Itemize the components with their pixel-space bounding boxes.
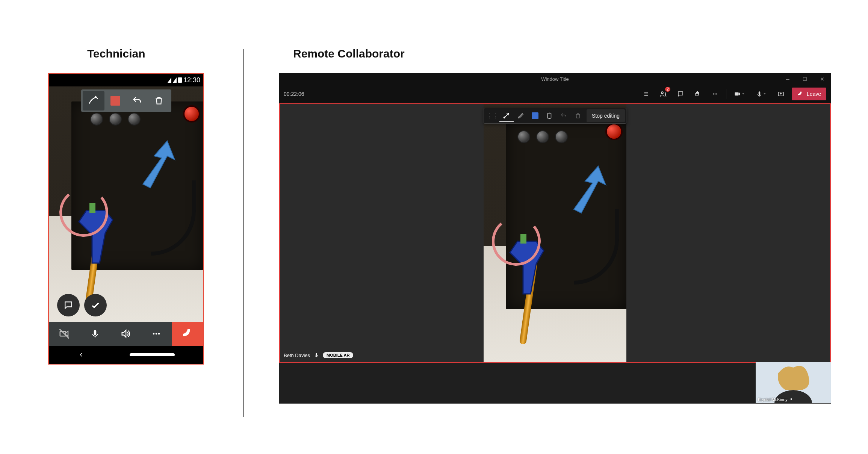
delete-all-button[interactable] [571, 109, 585, 122]
status-time: 12:30 [183, 76, 200, 84]
shared-camera-feed [484, 104, 626, 362]
insert-image-button[interactable] [542, 109, 556, 122]
pip-participant-name: Krystal McKinny [758, 397, 788, 402]
camera-button[interactable] [731, 88, 748, 100]
svg-point-8 [714, 94, 715, 95]
technician-heading: Technician [87, 47, 145, 60]
speaker-button[interactable] [110, 322, 141, 346]
svg-point-14 [504, 117, 505, 118]
stop-editing-button[interactable]: Stop editing [587, 109, 625, 122]
mic-button[interactable] [753, 88, 770, 100]
people-badge: 2 [665, 87, 670, 92]
arrow-annotation [132, 135, 188, 192]
leave-label: Leave [807, 91, 821, 97]
mic-icon [789, 398, 793, 402]
shared-content-stage: ⋮⋮ Stop editing Beth Davies [279, 103, 831, 363]
svg-rect-11 [759, 91, 761, 95]
svg-point-9 [716, 94, 717, 95]
home-pill[interactable] [130, 353, 175, 356]
signal-icon [168, 77, 171, 83]
camera-feed [49, 86, 203, 322]
mic-toggle-button[interactable] [80, 322, 110, 346]
chat-panel-button[interactable] [674, 88, 687, 100]
leave-button[interactable]: Leave [792, 88, 826, 100]
svg-point-3 [153, 333, 155, 335]
hang-up-button[interactable] [172, 322, 203, 346]
share-button[interactable] [774, 88, 787, 100]
list-icon[interactable] [640, 88, 652, 100]
people-button[interactable]: 2 [657, 88, 670, 100]
camera-toggle-button[interactable] [49, 322, 80, 346]
pip-name-tag: Krystal McKinny [758, 397, 793, 402]
chat-button[interactable] [57, 294, 80, 316]
call-timer: 00:22:06 [284, 91, 304, 97]
teams-window: Window Title ─ ☐ ✕ 00:22:06 2 Leave [279, 73, 831, 404]
svg-rect-2 [94, 330, 96, 335]
hang-up-icon [797, 91, 804, 97]
more-actions-button[interactable] [709, 88, 721, 100]
svg-point-7 [713, 94, 714, 95]
svg-rect-16 [316, 353, 317, 356]
minimize-button[interactable]: ─ [779, 73, 796, 85]
window-title: Window Title [541, 76, 569, 82]
undo-button[interactable] [556, 109, 571, 122]
arrow-annotation [563, 160, 619, 217]
svg-point-6 [661, 92, 663, 94]
delete-button[interactable] [148, 91, 170, 110]
self-view-pip[interactable]: Krystal McKinny [756, 362, 831, 403]
signal-icon [173, 77, 177, 83]
raise-hand-button[interactable] [691, 88, 704, 100]
color-button[interactable] [528, 109, 542, 122]
color-picker-button[interactable] [104, 91, 126, 110]
close-button[interactable]: ✕ [814, 73, 831, 85]
annotation-edit-toolbar: ⋮⋮ Stop editing [484, 108, 626, 124]
ink-tool-button[interactable] [83, 91, 104, 110]
drag-handle[interactable]: ⋮⋮ [485, 109, 499, 122]
call-toolbar: 00:22:06 2 Leave [279, 85, 831, 103]
presenter-name: Beth Davies [284, 353, 310, 358]
more-button[interactable] [141, 322, 172, 346]
color-swatch [532, 112, 538, 119]
technician-phone: 12:30 [48, 73, 204, 365]
call-controls-bar [49, 322, 203, 346]
window-titlebar: Window Title ─ ☐ ✕ [279, 73, 831, 85]
color-swatch [110, 96, 120, 106]
arrow-tool-button[interactable] [499, 109, 514, 122]
phone-status-bar: 12:30 [168, 74, 203, 86]
mobile-ar-badge: MOBILE AR [323, 352, 353, 358]
svg-point-5 [158, 333, 160, 335]
android-nav-bar [49, 346, 203, 364]
back-icon[interactable] [78, 351, 85, 358]
maximize-button[interactable]: ☐ [796, 73, 814, 85]
svg-rect-20 [791, 398, 792, 400]
svg-point-4 [156, 333, 157, 335]
battery-icon [178, 77, 182, 83]
undo-button[interactable] [126, 91, 148, 110]
svg-rect-10 [735, 92, 738, 95]
pen-tool-button[interactable] [514, 109, 528, 122]
section-divider [243, 49, 244, 417]
confirm-button[interactable] [84, 294, 107, 316]
svg-rect-15 [548, 113, 551, 118]
annotation-toolbar [81, 89, 171, 112]
presenter-name-tag: Beth Davies MOBILE AR [284, 352, 353, 358]
mic-icon [314, 353, 319, 358]
collaborator-heading: Remote Collaborator [293, 47, 405, 60]
